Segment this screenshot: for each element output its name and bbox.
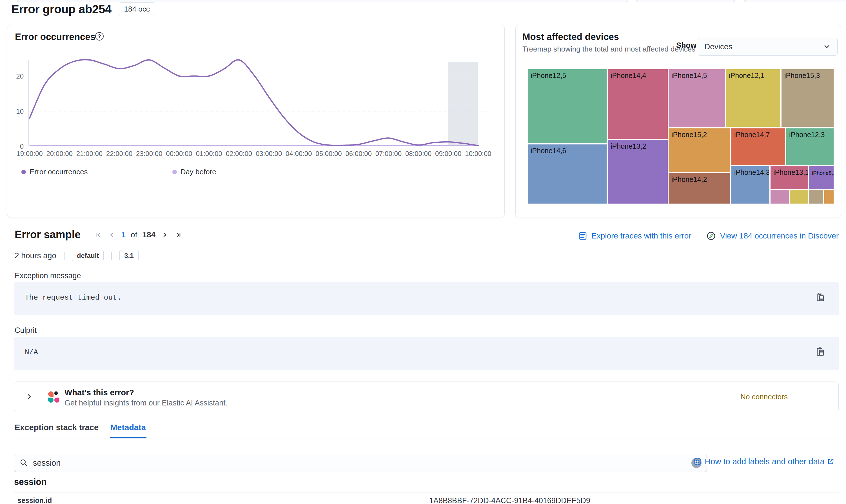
error-sample-links: Explore traces with this error View 184 … [578, 231, 839, 241]
sample-paginator: 1 of 184 [94, 230, 182, 239]
svg-text:07:00:00: 07:00:00 [375, 150, 401, 157]
culprit-label: Culprit [15, 326, 37, 335]
chevron-right-icon[interactable] [25, 393, 34, 401]
treemap-cell[interactable]: iPhone14,2 [669, 173, 730, 203]
treemap-cell-label: iPhone13,2 [611, 142, 646, 150]
svg-text:10:00:00: 10:00:00 [465, 150, 491, 157]
current-page: 1 [121, 230, 126, 239]
chevron-down-icon [823, 42, 831, 51]
treemap-cell-label: iPhone12,5 [530, 72, 566, 79]
culprit-value: N/A [25, 348, 38, 357]
treemap-cell[interactable] [771, 190, 789, 203]
culprit-box: N/A [14, 337, 839, 370]
treemap-cell[interactable] [809, 190, 823, 203]
treemap-cell-label: iPhone15,2 [671, 131, 707, 139]
svg-text:02:00:00: 02:00:00 [226, 150, 252, 157]
copy-clipboard-icon[interactable] [815, 292, 826, 303]
top-cutoff-card [744, 0, 846, 2]
legend-label: Error occurrences [30, 167, 88, 176]
environment-badge: default [72, 250, 104, 261]
legend-item[interactable]: Error occurrences [21, 167, 88, 176]
treemap-cell[interactable]: iPhone14,5 [669, 69, 725, 127]
treemap-cell[interactable]: iPhone14,3 [732, 166, 769, 203]
treemap-cell[interactable]: iPhone12,5 [528, 69, 607, 143]
last-page-icon[interactable] [174, 231, 182, 239]
svg-text:06:00:00: 06:00:00 [345, 150, 372, 157]
treemap-cell-label: iPhone14,6 [530, 147, 566, 155]
discover-link[interactable]: View 184 occurrences in Discover [706, 231, 839, 241]
next-page-icon[interactable] [161, 231, 169, 239]
labels-help-link[interactable]: How to add labels and other data [693, 457, 835, 466]
metadata-search[interactable]: ✕ [14, 454, 707, 472]
metadata-row: session.id1A8B8BBF-72DD-4ACC-91B4-40169D… [14, 492, 839, 504]
devices-treemap: iPhone12,5iPhone14,6iPhone14,4iPhone13,2… [528, 69, 834, 203]
svg-text:09:00:00: 09:00:00 [435, 150, 461, 157]
svg-text:0: 0 [20, 142, 24, 150]
treemap-cell[interactable]: iPhone13,2 [608, 140, 668, 203]
separator: | [110, 251, 113, 260]
treemap-cell[interactable]: iPhone8,1 [809, 166, 834, 189]
treemap-cell-label: iPhone8,1 [812, 170, 834, 176]
treemap-cell-label: iPhone15,3 [784, 72, 820, 79]
chart-legend: Error occurrencesDay before [21, 167, 216, 176]
treemap-cell[interactable] [824, 190, 834, 203]
labels-help-label: How to add labels and other data [705, 457, 825, 466]
treemap-cell-label: iPhone14,2 [671, 175, 707, 183]
most-affected-devices-panel: Most affected devices Treemap showing th… [515, 25, 841, 217]
error-sample-header: Error sample 1 of 184 [15, 229, 182, 241]
svg-text:20: 20 [16, 72, 24, 80]
ai-assistant-panel: What's this error? Get helpful insights … [14, 381, 839, 412]
top-cutoff-card [636, 0, 735, 2]
tab-exception-stack-trace[interactable]: Exception stack trace [14, 422, 99, 438]
treemap-cell[interactable]: iPhone14,6 [528, 144, 607, 203]
svg-text:23:00:00: 23:00:00 [136, 150, 162, 157]
treemap-cell-label: iPhone12,1 [729, 72, 764, 79]
separator: | [63, 251, 65, 260]
top-cutoff-card [17, 0, 628, 2]
legend-dot-icon [172, 170, 177, 174]
treemap-cell[interactable]: iPhone15,3 [781, 69, 834, 127]
treemap-cell-label: iPhone12,3 [789, 131, 825, 139]
show-label: Show [676, 41, 697, 50]
svg-text:01:00:00: 01:00:00 [196, 150, 222, 157]
error-occurrences-line-chart: 0102019:00:0020:00:0021:00:0022:00:0023:… [7, 25, 505, 166]
version-badge: 3.1 [120, 250, 138, 261]
discover-link-label: View 184 occurrences in Discover [720, 231, 839, 240]
legend-label: Day before [181, 167, 216, 176]
trace-explorer-icon [578, 231, 588, 241]
treemap-cell[interactable]: iPhone15,2 [669, 128, 730, 172]
error-sample-title: Error sample [15, 229, 80, 241]
treemap-cell[interactable]: iPhone14,7 [732, 128, 785, 165]
svg-text:05:00:00: 05:00:00 [316, 150, 342, 157]
first-page-icon[interactable] [94, 231, 103, 239]
treemap-cell[interactable]: iPhone14,4 [608, 69, 668, 139]
svg-text:08:00:00: 08:00:00 [405, 150, 431, 157]
treemap-cell[interactable]: iPhone12,3 [786, 128, 834, 165]
svg-text:20:00:00: 20:00:00 [46, 150, 72, 157]
external-link-icon [827, 457, 835, 465]
svg-text:22:00:00: 22:00:00 [106, 150, 132, 157]
devices-select[interactable]: Devices [698, 38, 838, 56]
explore-traces-link[interactable]: Explore traces with this error [578, 231, 691, 241]
ai-assistant-title: What's this error? [65, 388, 134, 397]
metadata-search-input[interactable] [33, 458, 691, 468]
svg-text:00:00:00: 00:00:00 [166, 150, 192, 157]
sample-timestamp: 2 hours ago [15, 251, 56, 260]
treemap-cell-label: iPhone14,4 [611, 72, 646, 79]
search-icon [19, 458, 29, 467]
treemap-cell[interactable]: iPhone13,1 [771, 166, 808, 189]
tab-metadata[interactable]: Metadata [110, 422, 146, 438]
exception-message-value: The request timed out. [25, 293, 121, 302]
metadata-value: 1A8B8BBF-72DD-4ACC-91B4-40169DDEF5D9 [426, 497, 839, 504]
prev-page-icon[interactable] [108, 231, 116, 239]
treemap-cell-label: iPhone13,1 [773, 168, 808, 176]
treemap-cell[interactable] [790, 190, 808, 203]
treemap-cell-label: iPhone14,3 [734, 168, 769, 176]
error-occurrences-panel: Error occurrences ? 0102019:00:0020:00:0… [7, 25, 505, 217]
discover-compass-icon [706, 231, 716, 241]
explore-traces-label: Explore traces with this error [591, 231, 691, 240]
help-ring-icon [693, 457, 702, 466]
treemap-cell[interactable]: iPhone12,1 [726, 69, 780, 127]
copy-clipboard-icon[interactable] [815, 346, 826, 358]
legend-item[interactable]: Day before [172, 167, 216, 176]
